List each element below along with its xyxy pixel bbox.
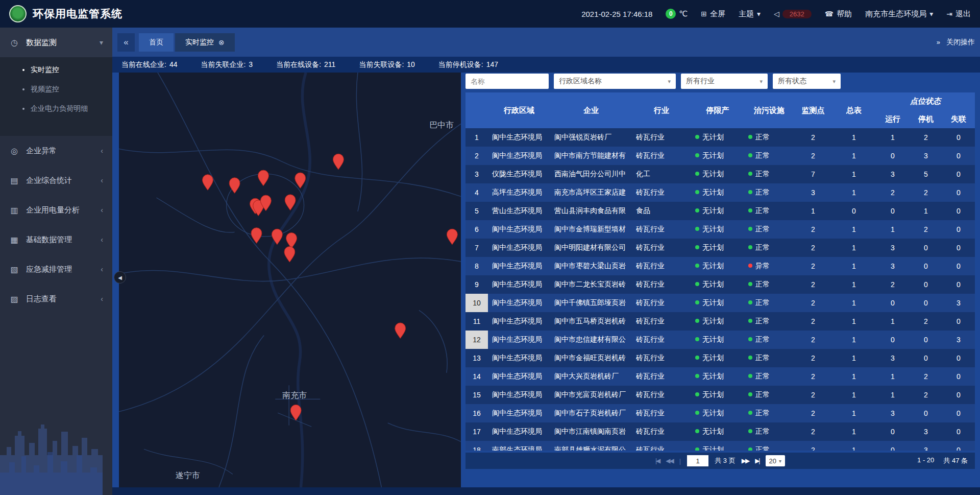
table-row[interactable]: 18南部生态环境局南部县雄狮水泥有限公砖瓦行业无计划正常21030 (465, 441, 975, 451)
org-dropdown[interactable]: 南充市生态环境局 ▾ (865, 9, 933, 19)
table-row[interactable]: 5营山生态环境局营山县润丰肉食品有限食品无计划正常10010 (465, 202, 975, 220)
cell-monitor-points: 7 (794, 165, 832, 183)
cell-total-meters: 1 (832, 239, 876, 257)
table-row[interactable]: 3仪陇生态环境局西南油气田分公司川中化工无计划正常71350 (465, 165, 975, 183)
stat-item: 当前失联企业:3 (201, 60, 253, 69)
cell-industry: 砖瓦行业 (632, 128, 691, 147)
status-dot-green-icon (748, 319, 752, 323)
sidebar-group-企业异常[interactable]: ◎企业异常‹ (0, 136, 112, 166)
table-row[interactable]: 1阆中生态环境局阆中强锐页岩砖厂砖瓦行业无计划正常21120 (465, 128, 975, 147)
total-pages-label: 共 3 页 (715, 456, 735, 465)
cell-disconnected: 0 (942, 275, 975, 294)
table-row[interactable]: 4高坪生态环境局南充市高坪区王家店建砖瓦行业无计划正常31220 (465, 183, 975, 202)
cell-enterprise: 营山县润丰肉食品有限 (550, 202, 632, 220)
sidebar-item-视频监控[interactable]: 视频监控 (0, 80, 112, 99)
industry-filter-select[interactable]: 所有行业 ▾ (681, 74, 768, 89)
cell-limit-status: 无计划 (691, 312, 744, 331)
sidebar-collapse-button[interactable]: ◀ (114, 271, 126, 284)
cell-stopped: 3 (910, 441, 942, 451)
next-page-button[interactable]: ▶▶ (742, 457, 749, 464)
table-row[interactable]: 15阆中生态环境局阆中市光富页岩机砖厂砖瓦行业无计划正常21120 (465, 386, 975, 404)
table-row[interactable]: 16阆中生态环境局阆中市石子页岩机砖厂砖瓦行业无计划正常21300 (465, 404, 975, 422)
map-canvas: 巴中市南充市遂宁市 (119, 73, 461, 487)
sidebar-group-应急减排管理[interactable]: ▧应急减排管理‹ (0, 254, 112, 284)
first-page-button[interactable]: |◀ (655, 457, 659, 464)
tab-scroll-left-button[interactable]: « (117, 33, 135, 52)
stat-value: 44 (169, 60, 178, 69)
name-filter-input[interactable] (465, 74, 549, 89)
cell-enterprise: 阆中市金博瑞新型墙材 (550, 220, 632, 239)
cell-industry: 砖瓦行业 (632, 331, 691, 349)
status-dot-green-icon (695, 411, 699, 415)
cell-disconnected: 0 (942, 367, 975, 386)
table-row[interactable]: 8阆中生态环境局阆中市枣碧大梁山页岩砖瓦行业无计划异常21300 (465, 257, 975, 275)
cell-industry: 砖瓦行业 (632, 183, 691, 202)
fullscreen-button[interactable]: ⊞ 全屏 (701, 9, 725, 19)
table-row[interactable]: 13阆中生态环境局阆中市金福旺页岩机砖砖瓦行业无计划正常21300 (465, 349, 975, 367)
last-page-button[interactable]: ▶| (755, 457, 759, 464)
table-row[interactable]: 9阆中生态环境局阆中市二龙长宝页岩砖砖瓦行业无计划正常21200 (465, 275, 975, 294)
sidebar-group-企业综合统计[interactable]: ▤企业综合统计‹ (0, 166, 112, 195)
table-row[interactable]: 2阆中生态环境局阆中市南方节能建材有砖瓦行业无计划正常21030 (465, 147, 975, 165)
status-dot-green-icon (748, 429, 752, 433)
status-dot-green-icon (748, 411, 752, 415)
alerts-button[interactable]: ◁ 2632 (774, 10, 812, 18)
column-header-停机: 停机 (910, 110, 942, 128)
page-number-input[interactable] (687, 455, 708, 466)
cell-disconnected: 0 (942, 441, 975, 451)
sidebar-group-数据监测[interactable]: ◷数据监测▾ (0, 28, 112, 57)
column-header-停限产: 停限产 (691, 92, 744, 128)
theme-dropdown[interactable]: 主题 ▾ (739, 9, 761, 19)
region-filter-select[interactable]: 行政区域名称 ▾ (554, 74, 676, 89)
sidebar-group-企业用电量分析[interactable]: ▥企业用电量分析‹ (0, 195, 112, 225)
table-row[interactable]: 10阆中生态环境局阆中千佛镇五郎垭页岩砖瓦行业无计划正常21003 (465, 294, 975, 312)
status-dot-green-icon (748, 153, 752, 157)
sidebar-group-基础数据管理[interactable]: ▦基础数据管理‹ (0, 225, 112, 254)
table-row[interactable]: 17阆中生态环境局阆中市江南镇阆南页岩砖瓦行业无计划正常21030 (465, 422, 975, 441)
stat-item: 当前在线企业:44 (121, 60, 177, 69)
tab-scroll-right-button[interactable]: » (937, 38, 939, 46)
chevron-down-icon: ▾ (760, 78, 763, 85)
cell-region: 阆中生态环境局 (488, 404, 550, 422)
database-icon: ▦ (9, 235, 19, 245)
tab-实时监控[interactable]: 实时监控⊗ (175, 33, 235, 52)
status-dot-green-icon (695, 190, 699, 194)
row-index: 16 (465, 404, 488, 422)
tab-首页[interactable]: 首页 (139, 33, 174, 52)
sidebar-group-label: 数据监测 (26, 38, 57, 48)
column-header-企业: 企业 (550, 92, 632, 128)
cell-disconnected: 0 (942, 147, 975, 165)
prev-page-button[interactable]: ◀◀ (666, 457, 673, 464)
map-panel[interactable]: 巴中市南充市遂宁市 (119, 73, 461, 487)
table-row[interactable]: 12阆中生态环境局阆中市忠信建材有限公砖瓦行业无计划正常21003 (465, 331, 975, 349)
status-filter-select[interactable]: 所有状态 ▾ (773, 74, 841, 89)
table-row[interactable]: 11阆中生态环境局阆中市五马桥页岩机砖砖瓦行业无计划正常21120 (465, 312, 975, 331)
sidebar-item-企业电力负荷明细[interactable]: 企业电力负荷明细 (0, 99, 112, 119)
table-row[interactable]: 6阆中生态环境局阆中市金博瑞新型墙材砖瓦行业无计划正常21120 (465, 220, 975, 239)
row-index: 5 (465, 202, 488, 220)
cell-stopped: 0 (910, 257, 942, 275)
page-size-select[interactable]: 20 ▾ (766, 455, 786, 466)
cell-total-meters: 1 (832, 294, 876, 312)
bullet-icon (22, 108, 24, 110)
map-city-label: 巴中市 (429, 121, 454, 129)
close-operations-button[interactable]: 关闭操作 (946, 38, 975, 47)
table-row[interactable]: 7阆中生态环境局阆中明阳建材有限公司砖瓦行业无计划正常21300 (465, 239, 975, 257)
table-row[interactable]: 14阆中生态环境局阆中大兴页岩机砖厂砖瓦行业无计划正常21120 (465, 367, 975, 386)
cell-industry: 化工 (632, 165, 691, 183)
stat-label: 当前在线企业: (121, 60, 166, 69)
enterprise-table: 行政区域企业行业停限产治污设施监测点总表点位状态运行停机失联1阆中生态环境局阆中… (465, 92, 975, 451)
stat-value: 3 (249, 60, 253, 69)
sidebar-item-实时监控[interactable]: 实时监控 (0, 60, 112, 80)
tab-close-icon[interactable]: ⊗ (218, 38, 225, 46)
cell-disconnected: 0 (942, 202, 975, 220)
status-dot-green-icon (748, 337, 752, 341)
status-dot-green-icon (695, 208, 699, 213)
cell-monitor-points: 2 (794, 422, 832, 441)
temperature-unit: ℃ (679, 9, 688, 18)
sidebar-group-日志查看[interactable]: ▨日志查看‹ (0, 284, 112, 314)
logout-button[interactable]: ⇥ 退出 (946, 9, 971, 19)
row-index: 17 (465, 422, 488, 441)
help-button[interactable]: ☎ 帮助 (825, 9, 852, 19)
cell-limit-status: 无计划 (691, 128, 744, 147)
